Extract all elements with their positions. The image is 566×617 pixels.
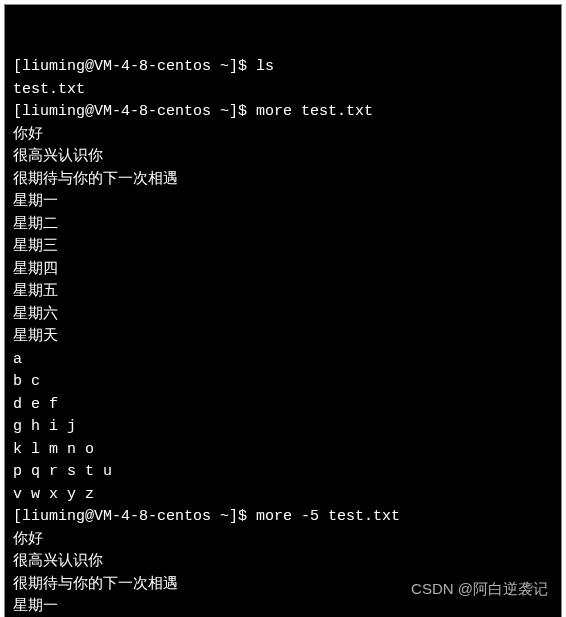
- terminal-output-line: 你好: [13, 124, 553, 147]
- terminal-output-line: 星期四: [13, 259, 553, 282]
- terminal-output-line: v w x y z: [13, 484, 553, 507]
- terminal-output-line: 星期一: [13, 191, 553, 214]
- terminal-output-line: 星期二: [13, 214, 553, 237]
- terminal-window[interactable]: [liuming@VM-4-8-centos ~]$ lstest.txt[li…: [4, 4, 562, 617]
- terminal-prompt-line: [liuming@VM-4-8-centos ~]$ more test.txt: [13, 101, 553, 124]
- terminal-output-line: 星期一: [13, 596, 553, 617]
- terminal-output-line: p q r s t u: [13, 461, 553, 484]
- terminal-output-line: b c: [13, 371, 553, 394]
- terminal-output-line: 星期六: [13, 304, 553, 327]
- terminal-prompt-line: [liuming@VM-4-8-centos ~]$ ls: [13, 56, 553, 79]
- terminal-output-line: 很高兴认识你: [13, 551, 553, 574]
- terminal-output-line: 你好: [13, 529, 553, 552]
- terminal-output-line: a: [13, 349, 553, 372]
- terminal-output-line: 星期三: [13, 236, 553, 259]
- terminal-output-line: k l m n o: [13, 439, 553, 462]
- terminal-output-line: 星期天: [13, 326, 553, 349]
- terminal-prompt-line: [liuming@VM-4-8-centos ~]$ more -5 test.…: [13, 506, 553, 529]
- watermark-text: CSDN @阿白逆袭记: [411, 580, 548, 599]
- terminal-output-line: 很期待与你的下一次相遇: [13, 169, 553, 192]
- terminal-output-line: d e f: [13, 394, 553, 417]
- terminal-output-line: 很高兴认识你: [13, 146, 553, 169]
- terminal-content: [liuming@VM-4-8-centos ~]$ lstest.txt[li…: [13, 56, 553, 617]
- terminal-output-line: test.txt: [13, 79, 553, 102]
- terminal-output-line: 星期五: [13, 281, 553, 304]
- terminal-output-line: g h i j: [13, 416, 553, 439]
